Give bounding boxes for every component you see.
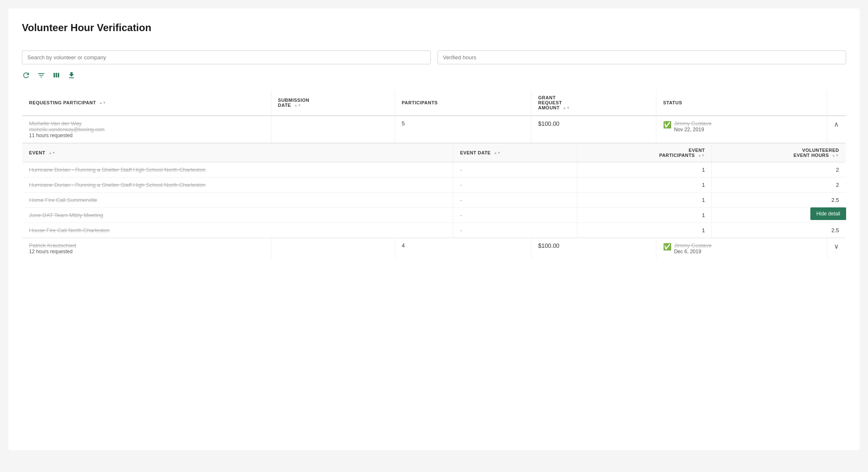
event-hours-value: 2 <box>712 162 846 178</box>
col-participants: PARTICIPANTS <box>395 90 531 116</box>
event-hours-value: 2.5 <box>712 193 846 208</box>
hours-requested: 11 hours requested <box>29 133 264 138</box>
detail-table: EVENT ▲▼ EVENT DATE ▲▼ EVENTPARTICIPANTS <box>22 143 846 238</box>
sort-submission-date[interactable]: ▲▼ <box>294 104 301 107</box>
event-name: Hurricane Dorian - Running a Shelter Sta… <box>22 178 453 193</box>
hours-requested: 12 hours requested <box>29 249 264 255</box>
table-row: Patrick Krautschied 12 hours requested 4… <box>22 238 846 259</box>
status-check-icon: ✅ <box>663 243 672 251</box>
status-approver: Jimmy Gustave <box>674 120 712 127</box>
event-name: Home Fire Call Summerville <box>22 193 453 208</box>
table-container: REQUESTING PARTICIPANT ▲▼ SUBMISSIONDATE… <box>22 90 846 259</box>
detail-table-row: Hurricane Dorian - Running a Shelter Sta… <box>22 162 846 178</box>
search-row <box>22 50 846 64</box>
main-table: REQUESTING PARTICIPANT ▲▼ SUBMISSIONDATE… <box>22 90 846 259</box>
event-hours-value: 2 <box>712 178 846 193</box>
status-date: Dec 6, 2019 <box>674 249 712 255</box>
participants-count-cell: 5 <box>395 116 531 143</box>
event-name: House Fire Call North Charleston <box>22 223 453 238</box>
event-date: - <box>453 208 577 223</box>
grant-amount-cell: $100.00 <box>531 116 656 143</box>
event-date: - <box>453 223 577 238</box>
col-grant-amount: GRANTREQUESTAMOUNT ▲▼ <box>531 90 656 116</box>
grant-amount-cell: $100.00 <box>531 238 656 259</box>
search-volunteer-input[interactable] <box>22 50 431 64</box>
detail-table-row: Hurricane Dorian - Running a Shelter Sta… <box>22 178 846 193</box>
status-cell: ✅ Jimmy Gustave Nov 22, 2019 <box>656 116 827 143</box>
event-date: - <box>453 193 577 208</box>
event-participants-count: 1 <box>577 178 712 193</box>
participant-name: Michelle Van der Way <box>29 120 264 127</box>
chevron-up-icon[interactable]: ∧ <box>834 121 839 128</box>
sort-volunteered-hours[interactable]: ▲▼ <box>832 154 839 157</box>
event-hours-value: 2.5 <box>712 223 846 238</box>
participant-cell: Michelle Van der Way michelle.vanderway@… <box>22 116 271 143</box>
sort-grant-amount[interactable]: ▲▼ <box>563 106 570 110</box>
detail-table-row: June DAT Team Mtbly Meeting - 1 2 <box>22 208 846 223</box>
columns-icon[interactable] <box>52 71 61 80</box>
grant-amount-value: $100.00 <box>538 242 560 249</box>
sort-event-participants[interactable]: ▲▼ <box>698 154 705 157</box>
col-requesting-participant: REQUESTING PARTICIPANT ▲▼ <box>22 90 271 116</box>
submission-date-cell <box>271 238 395 259</box>
download-icon[interactable] <box>67 71 76 80</box>
event-participants-count: 1 <box>577 208 712 223</box>
detail-table-header: EVENT ▲▼ EVENT DATE ▲▼ EVENTPARTICIPANTS <box>22 143 846 162</box>
expand-collapse-cell[interactable]: ∧ <box>827 116 846 143</box>
grant-amount-value: $100.00 <box>538 120 560 127</box>
status-date: Nov 22, 2019 <box>674 127 712 133</box>
sort-requesting-participant[interactable]: ▲▼ <box>99 101 106 105</box>
col-volunteered-hours: VOLUNTEEREDEVENT HOURS ▲▼ <box>712 143 846 162</box>
submission-date-cell <box>271 116 395 143</box>
table-row: Michelle Van der Way michelle.vanderway@… <box>22 116 846 143</box>
col-status: STATUS <box>656 90 827 116</box>
sort-event[interactable]: ▲▼ <box>48 151 56 155</box>
detail-table-row: Home Fire Call Summerville - 1 2.5 <box>22 193 846 208</box>
col-event-date: EVENT DATE ▲▼ <box>453 143 577 162</box>
status-cell: ✅ Jimmy Gustave Dec 6, 2019 <box>656 238 827 259</box>
page-title: Volunteer Hour Verification <box>22 22 846 34</box>
event-name: June DAT Team Mtbly Meeting <box>22 208 453 223</box>
filter-icon[interactable] <box>37 71 45 80</box>
hide-detail-button[interactable]: Hide detail <box>810 207 846 220</box>
col-event-participants: EVENTPARTICIPANTS ▲▼ <box>577 143 712 162</box>
col-actions <box>827 90 846 116</box>
search-hours-input[interactable] <box>438 50 847 64</box>
refresh-icon[interactable] <box>22 71 30 80</box>
event-participants-count: 1 <box>577 193 712 208</box>
participant-cell: Patrick Krautschied 12 hours requested <box>22 238 271 259</box>
event-participants-count: 1 <box>577 223 712 238</box>
participants-count-cell: 4 <box>395 238 531 259</box>
status-check-icon: ✅ <box>663 121 672 129</box>
participant-email: michelle.vanderway@boeing.com <box>29 127 264 133</box>
event-date: - <box>453 178 577 193</box>
main-table-header: REQUESTING PARTICIPANT ▲▼ SUBMISSIONDATE… <box>22 90 846 116</box>
col-event: EVENT ▲▼ <box>22 143 453 162</box>
status-approver: Jimmy Gustave <box>674 242 712 249</box>
event-name: Hurricane Dorian - Running a Shelter Sta… <box>22 162 453 178</box>
detail-table-row: House Fire Call North Charleston - 1 2.5 <box>22 223 846 238</box>
event-participants-count: 1 <box>577 162 712 178</box>
detail-row: EVENT ▲▼ EVENT DATE ▲▼ EVENTPARTICIPANTS <box>22 143 846 238</box>
participant-name: Patrick Krautschied <box>29 242 264 249</box>
event-date: - <box>453 162 577 178</box>
sort-event-date[interactable]: ▲▼ <box>494 151 501 155</box>
toolbar <box>22 71 846 80</box>
col-submission-date: SUBMISSIONDATE ▲▼ <box>271 90 395 116</box>
expand-collapse-cell[interactable]: ∨ <box>827 238 846 259</box>
chevron-down-icon[interactable]: ∨ <box>834 243 839 250</box>
